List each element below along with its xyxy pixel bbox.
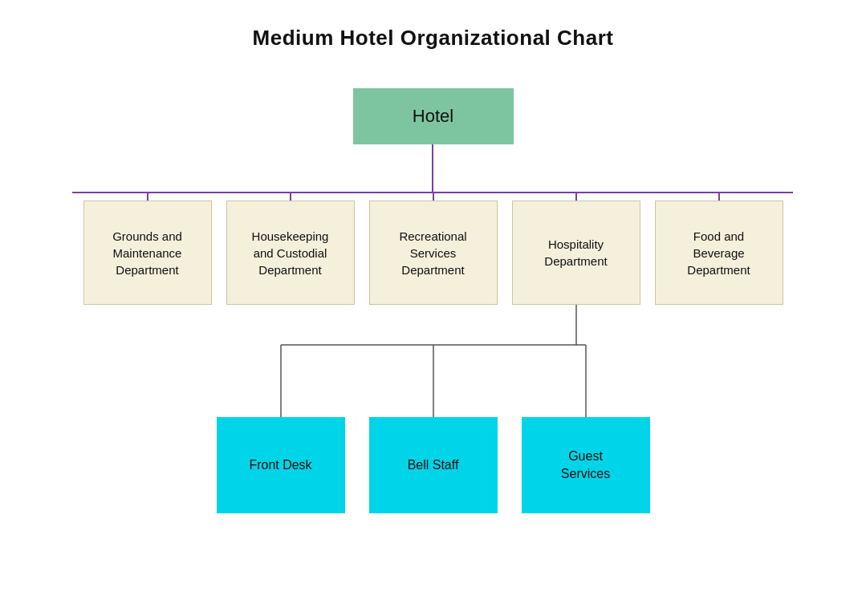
root-node: Hotel (353, 88, 514, 144)
page: Medium Hotel Organizational Chart Hotel (0, 0, 866, 616)
dept-node-housekeeping: Housekeepingand CustodialDepartment (226, 201, 355, 305)
departments-row: Grounds andMaintenanceDepartment Houseke… (0, 201, 866, 305)
dept-node-food: Food andBeverageDepartment (655, 201, 783, 305)
sub-node-guestservices: GuestServices (522, 417, 650, 513)
sub-label-guestservices: GuestServices (561, 448, 610, 484)
sub-label-frontdesk: Front Desk (249, 456, 311, 474)
sub-label-bellstaff: Bell Staff (408, 456, 459, 474)
dept-label-recreational: RecreationalServicesDepartment (399, 228, 466, 278)
sub-departments-row: Front Desk Bell Staff GuestServices (0, 417, 866, 513)
dept-label-hospitality: HospitalityDepartment (544, 236, 607, 270)
connector-lines (0, 72, 866, 616)
dept-label-food: Food andBeverageDepartment (687, 228, 750, 278)
dept-node-hospitality: HospitalityDepartment (512, 201, 640, 305)
dept-node-grounds: Grounds andMaintenanceDepartment (83, 201, 212, 305)
sub-node-bellstaff: Bell Staff (369, 417, 498, 513)
root-label: Hotel (413, 106, 453, 127)
dept-label-housekeeping: Housekeepingand CustodialDepartment (252, 228, 329, 278)
chart-area: Hotel (0, 72, 866, 616)
dept-node-recreational: RecreationalServicesDepartment (369, 201, 498, 305)
dept-label-grounds: Grounds andMaintenanceDepartment (112, 228, 182, 278)
sub-node-frontdesk: Front Desk (217, 417, 345, 513)
page-title: Medium Hotel Organizational Chart (0, 0, 866, 51)
